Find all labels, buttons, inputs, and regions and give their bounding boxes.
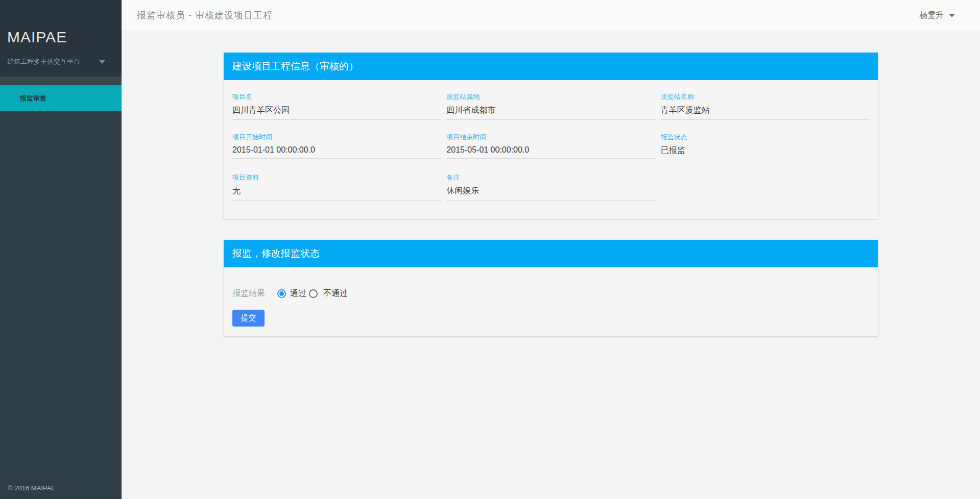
field-value: 已报监 xyxy=(661,145,870,160)
app-logo: MAIPAE xyxy=(7,29,114,46)
brand-area: MAIPAE 建筑工程多主体交互平台 xyxy=(0,0,122,77)
supervision-action-panel: 报监，修改报监状态 报监结果 通过 不通过 提交 xyxy=(224,240,878,336)
field-station-region: 质监站属地 四川省成都市 xyxy=(446,92,655,120)
supervision-result-row: 报监结果 通过 不通过 xyxy=(232,288,870,299)
page-title: 报监审核员 - 审核建设项目工程 xyxy=(137,9,273,21)
sidebar-menu: 报监审查 xyxy=(0,85,122,111)
result-label: 报监结果 xyxy=(232,288,265,299)
copyright-text: © 2016 MAIPAE xyxy=(8,484,56,492)
main-area: 报监审核员 - 审核建设项目工程 杨雯升 建设项目工程信息（审核的） 项目名 四… xyxy=(122,0,980,499)
field-value: 休闲娱乐 xyxy=(446,186,655,201)
field-label: 项目结束时间 xyxy=(446,133,655,142)
field-value: 无 xyxy=(232,186,441,201)
project-info-fields: 项目名 四川青羊区公园 质监站属地 四川省成都市 质监站名称 青羊区质监站 项目… xyxy=(224,80,878,219)
field-value: 青羊区质监站 xyxy=(661,105,870,120)
field-label: 报监状态 xyxy=(661,133,870,142)
field-label: 项目开始时间 xyxy=(232,133,441,142)
platform-switcher[interactable]: 建筑工程多主体交互平台 xyxy=(7,57,114,66)
radio-fail[interactable] xyxy=(309,289,318,298)
project-info-panel-title: 建设项目工程信息（审核的） xyxy=(224,53,878,80)
content-area: 建设项目工程信息（审核的） 项目名 四川青羊区公园 质监站属地 四川省成都市 质… xyxy=(122,31,980,499)
top-header: 报监审核员 - 审核建设项目工程 杨雯升 xyxy=(122,0,980,31)
field-end-time: 项目结束时间 2015-05-01 00:00:00.0 xyxy=(446,133,655,160)
field-project-name: 项目名 四川青羊区公园 xyxy=(232,92,441,120)
field-value: 四川青羊区公园 xyxy=(232,105,441,120)
sidebar-item-supervision-review[interactable]: 报监审查 xyxy=(0,85,122,111)
chevron-down-icon xyxy=(99,60,105,64)
user-name: 杨雯升 xyxy=(919,10,944,21)
sidebar-item-label: 报监审查 xyxy=(20,94,46,103)
project-info-panel: 建设项目工程信息（审核的） 项目名 四川青羊区公园 质监站属地 四川省成都市 质… xyxy=(224,53,878,219)
sidebar: MAIPAE 建筑工程多主体交互平台 报监审查 © 2016 MAIPAE xyxy=(0,0,122,499)
field-label: 质监站名称 xyxy=(661,92,870,102)
result-radio-group: 通过 不通过 xyxy=(277,288,350,299)
action-panel-title: 报监，修改报监状态 xyxy=(224,240,878,267)
field-label: 备注 xyxy=(446,173,655,182)
field-value: 2015-01-01 00:00:00.0 xyxy=(232,145,441,159)
field-supervision-status: 报监状态 已报监 xyxy=(661,133,870,160)
radio-pass[interactable] xyxy=(277,289,286,298)
field-empty-slot xyxy=(661,173,870,201)
menu-section-divider xyxy=(0,77,122,85)
field-station-name: 质监站名称 青羊区质监站 xyxy=(661,92,870,120)
field-project-material: 项目资料 无 xyxy=(232,173,441,201)
field-value: 四川省成都市 xyxy=(446,105,655,120)
field-remark: 备注 休闲娱乐 xyxy=(446,173,655,201)
radio-pass-label[interactable]: 通过 xyxy=(290,288,306,299)
field-label: 项目资料 xyxy=(232,173,441,182)
field-start-time: 项目开始时间 2015-01-01 00:00:00.0 xyxy=(232,133,441,160)
field-label: 质监站属地 xyxy=(446,92,655,102)
submit-button[interactable]: 提交 xyxy=(232,310,265,327)
platform-subtitle: 建筑工程多主体交互平台 xyxy=(7,57,80,66)
action-panel-body: 报监结果 通过 不通过 提交 xyxy=(224,267,878,336)
user-menu[interactable]: 杨雯升 xyxy=(919,10,955,21)
field-label: 项目名 xyxy=(232,92,441,102)
chevron-down-icon xyxy=(949,14,955,17)
field-value: 2015-05-01 00:00:00.0 xyxy=(446,145,655,159)
radio-fail-label[interactable]: 不通过 xyxy=(323,288,348,299)
